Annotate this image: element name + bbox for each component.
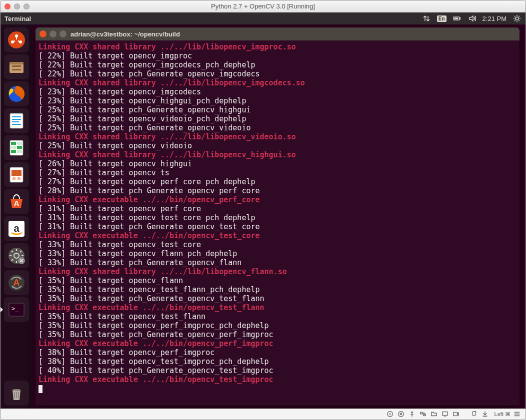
terminal-line: [ 27%] Built target opencv_ts <box>38 168 516 177</box>
ubuntu-top-panel: Terminal En 2:21 PM <box>0 12 526 24</box>
terminal-line: Linking CXX executable ../../bin/opencv_… <box>38 231 516 240</box>
vm-menu-icon[interactable] <box>514 411 522 419</box>
svg-point-5 <box>15 34 18 37</box>
terminal-line: Linking CXX executable ../../bin/opencv_… <box>38 195 516 204</box>
launcher-trash-icon[interactable] <box>4 381 29 406</box>
usb-icon[interactable] <box>408 411 416 419</box>
language-indicator[interactable]: En <box>437 15 446 22</box>
terminal-line: Linking CXX shared library ../../lib/lib… <box>38 150 516 159</box>
svg-rect-27 <box>12 170 22 176</box>
battery-icon[interactable] <box>452 14 462 23</box>
terminal-minimize-button[interactable] <box>50 30 56 37</box>
launcher-amazon-icon[interactable]: a <box>4 216 29 241</box>
terminal-line: [ 31%] Built target opencv_test_core_pch… <box>38 213 516 222</box>
terminal-line: [ 35%] Built target pch_Generate_opencv_… <box>38 330 516 339</box>
terminal-line: [ 33%] Built target opencv_test_core <box>38 240 516 249</box>
svg-point-4 <box>8 31 25 48</box>
svg-rect-15 <box>12 116 21 117</box>
terminal-line: [ 33%] Built target pch_Generate_opencv_… <box>38 258 516 267</box>
svg-rect-21 <box>17 142 22 145</box>
keyboard-capture-icon[interactable] <box>482 411 490 419</box>
clock[interactable]: 2:21 PM <box>482 15 506 22</box>
terminal-line: Linking CXX shared library ../../lib/lib… <box>38 267 516 276</box>
network-status-icon[interactable] <box>420 411 428 419</box>
terminal-line: Linking CXX shared library ../../lib/lib… <box>38 78 516 87</box>
terminal-line: [ 22%] Built target opencv_imgproc <box>38 51 516 60</box>
launcher-software-center-icon[interactable]: A <box>4 189 29 214</box>
volume-icon[interactable] <box>468 14 476 23</box>
terminal-line: [ 27%] Built target opencv_perf_core_pch… <box>38 177 516 186</box>
launcher-writer-icon[interactable] <box>4 108 29 133</box>
terminal-maximize-button[interactable] <box>60 30 66 37</box>
terminal-line: [ 26%] Built target opencv_highgui <box>38 159 516 168</box>
shared-folders-icon[interactable] <box>430 411 438 419</box>
terminal-line: [ 23%] Built target opencv_imgcodecs <box>38 87 516 96</box>
svg-text:A: A <box>14 199 19 207</box>
svg-point-3 <box>516 17 518 20</box>
mac-window-title: Python 2.7 + OpenCV 3.0 [Running] <box>0 2 526 10</box>
svg-text:A: A <box>14 278 20 288</box>
terminal-output[interactable]: Linking CXX shared library ../../lib/lib… <box>36 40 520 406</box>
terminal-line: [ 35%] Built target opencv_flann <box>38 276 516 285</box>
svg-point-7 <box>19 40 22 43</box>
svg-point-40 <box>12 389 20 391</box>
terminal-title: adrian@cv3testbox: ~/opencv/build <box>70 30 180 38</box>
terminal-line: [ 33%] Built target opencv_flann_pch_dep… <box>38 249 516 258</box>
launcher-impress-icon[interactable] <box>4 162 29 187</box>
panel-indicators: En 2:21 PM <box>422 14 522 23</box>
svg-rect-11 <box>12 69 21 70</box>
mouse-integration-icon[interactable] <box>470 411 478 419</box>
terminal-line: Linking CXX executable ../../bin/opencv_… <box>38 375 516 384</box>
svg-rect-10 <box>12 65 21 67</box>
svg-rect-43 <box>18 392 19 398</box>
launcher-dash-icon[interactable] <box>4 27 29 52</box>
terminal-line: [ 35%] Built target opencv_test_flann_pc… <box>38 285 516 294</box>
video-capture-icon[interactable] <box>452 411 460 419</box>
terminal-line: [ 31%] Built target pch_Generate_opencv_… <box>38 222 516 231</box>
hdd-icon[interactable] <box>386 411 394 419</box>
ubuntu-desktop: Terminal En 2:21 PM AaA>_ <box>0 12 526 409</box>
svg-rect-52 <box>482 416 487 417</box>
launcher-settings-icon[interactable] <box>4 243 29 268</box>
gear-icon[interactable] <box>512 14 522 23</box>
optical-icon[interactable] <box>398 411 406 419</box>
display-icon[interactable] <box>442 411 450 419</box>
terminal-line: [ 25%] Built target opencv_videoio_pch_d… <box>38 114 516 123</box>
svg-point-6 <box>11 40 14 43</box>
launcher-updater-icon[interactable]: A <box>4 270 29 295</box>
terminal-line: [ 25%] Built target pch_Generate_opencv_… <box>38 105 516 114</box>
launcher-terminal-icon[interactable]: >_ <box>4 297 29 322</box>
terminal-line: Linking CXX executable ../../bin/opencv_… <box>38 339 516 348</box>
svg-point-46 <box>398 411 404 417</box>
svg-rect-2 <box>454 17 458 19</box>
terminal-window: adrian@cv3testbox: ~/opencv/build Linkin… <box>36 27 520 406</box>
svg-text:a: a <box>14 223 20 234</box>
host-key-label: Left ⌘ <box>494 411 510 418</box>
network-icon[interactable] <box>422 14 431 23</box>
svg-rect-17 <box>12 121 19 122</box>
terminal-line: [ 22%] Built target opencv_imgcodecs_pch… <box>38 60 516 69</box>
svg-rect-29 <box>18 177 20 180</box>
svg-point-47 <box>400 413 402 415</box>
svg-rect-28 <box>12 177 16 180</box>
terminal-line: Linking CXX shared library ../../lib/lib… <box>38 132 516 141</box>
terminal-close-button[interactable] <box>40 30 46 37</box>
svg-rect-1 <box>459 17 460 19</box>
terminal-window-controls <box>40 30 66 37</box>
launcher-calc-icon[interactable] <box>4 135 29 160</box>
terminal-line: [ 22%] Built target pch_Generate_opencv_… <box>38 69 516 78</box>
terminal-cursor <box>38 384 516 393</box>
unity-launcher: AaA>_ <box>0 24 32 409</box>
svg-rect-9 <box>10 62 24 64</box>
terminal-line: [ 35%] Built target opencv_test_flann <box>38 312 516 321</box>
launcher-files-icon[interactable] <box>4 54 29 79</box>
svg-text:>_: >_ <box>12 305 19 312</box>
svg-rect-20 <box>11 142 16 145</box>
active-app-title[interactable]: Terminal <box>4 15 31 22</box>
terminal-line: [ 38%] Built target opencv_test_imgproc_… <box>38 357 516 366</box>
svg-point-45 <box>390 414 390 415</box>
svg-rect-22 <box>11 146 16 149</box>
terminal-titlebar[interactable]: adrian@cv3testbox: ~/opencv/build <box>36 27 520 40</box>
svg-rect-13 <box>10 113 23 128</box>
launcher-firefox-icon[interactable] <box>4 81 29 106</box>
